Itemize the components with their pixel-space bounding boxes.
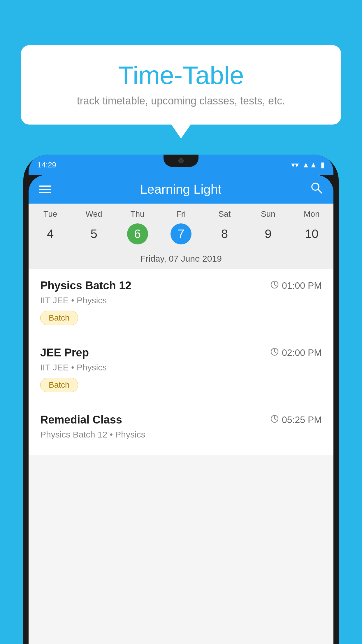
day-header-fri: Fri xyxy=(159,209,203,219)
day-7-selected-circle: 7 xyxy=(171,223,191,244)
class-item-2[interactable]: JEE Prep 02:00 PM IIT JEE • Physics xyxy=(29,336,333,403)
day-8[interactable]: 8 xyxy=(203,223,246,244)
class-item-3-header: Remedial Class 05:25 PM xyxy=(40,414,322,426)
phone-screen: Learning Light Tue Wed Thu Fri Sat Sun M… xyxy=(29,175,333,644)
status-time: 14:29 xyxy=(37,160,56,169)
search-button[interactable] xyxy=(310,181,323,197)
class-item-2-header: JEE Prep 02:00 PM xyxy=(40,346,322,359)
day-9[interactable]: 9 xyxy=(246,223,290,244)
clock-icon-3 xyxy=(270,414,279,425)
day-header-row: Tue Wed Thu Fri Sat Sun Mon xyxy=(29,204,333,221)
class-item-3[interactable]: Remedial Class 05:25 PM Physics Batch 12… xyxy=(29,403,333,455)
day-header-sun: Sun xyxy=(246,209,290,219)
class-list: Physics Batch 12 01:00 PM IIT JEE • Phys… xyxy=(29,269,333,455)
class-item-1-time: 01:00 PM xyxy=(270,280,322,291)
class-item-1-header: Physics Batch 12 01:00 PM xyxy=(40,279,322,292)
calendar-section: Tue Wed Thu Fri Sat Sun Mon 4 5 6 7 8 9 xyxy=(29,204,333,269)
class-item-2-batch-tag: Batch xyxy=(40,378,78,392)
clock-icon-2 xyxy=(270,347,279,358)
day-header-wed: Wed xyxy=(72,209,115,219)
day-header-mon: Mon xyxy=(290,209,333,219)
clock-icon-1 xyxy=(270,280,279,291)
class-item-3-time-text: 05:25 PM xyxy=(282,414,322,425)
class-item-2-subtitle: IIT JEE • Physics xyxy=(40,363,322,372)
class-item-1[interactable]: Physics Batch 12 01:00 PM IIT JEE • Phys… xyxy=(29,269,333,336)
day-5[interactable]: 5 xyxy=(72,223,115,244)
svg-line-1 xyxy=(318,189,322,193)
status-icons: ▾▾ ▲▲ ▮ xyxy=(291,160,325,169)
class-item-2-time-text: 02:00 PM xyxy=(282,347,322,358)
day-6[interactable]: 6 xyxy=(116,223,159,244)
class-item-3-title: Remedial Class xyxy=(40,414,122,426)
day-10[interactable]: 10 xyxy=(290,223,333,244)
wifi-icon: ▾▾ xyxy=(291,160,299,169)
phone-notch xyxy=(164,155,198,167)
bubble-subtitle: track timetable, upcoming classes, tests… xyxy=(38,95,324,107)
bubble-title: Time-Table xyxy=(38,61,324,90)
camera-dot xyxy=(178,158,184,163)
class-item-2-time: 02:00 PM xyxy=(270,347,322,358)
signal-icon: ▲▲ xyxy=(302,160,317,169)
svg-line-4 xyxy=(275,285,276,286)
selected-date-label: Friday, 07 June 2019 xyxy=(29,250,333,269)
day-header-sat: Sat xyxy=(203,209,246,219)
day-header-tue: Tue xyxy=(29,209,72,219)
hamburger-menu-button[interactable] xyxy=(39,186,51,193)
class-item-1-batch-tag: Batch xyxy=(40,311,78,325)
class-item-3-subtitle: Physics Batch 12 • Physics xyxy=(40,430,322,440)
battery-icon: ▮ xyxy=(321,160,325,169)
class-item-1-subtitle: IIT JEE • Physics xyxy=(40,295,322,305)
class-item-1-time-text: 01:00 PM xyxy=(282,280,322,291)
speech-bubble: Time-Table track timetable, upcoming cla… xyxy=(21,45,341,125)
svg-line-10 xyxy=(275,419,276,420)
app-header: Learning Light xyxy=(29,175,333,204)
svg-line-7 xyxy=(275,352,276,353)
day-4[interactable]: 4 xyxy=(29,223,72,244)
day-6-today-circle: 6 xyxy=(127,223,148,244)
day-header-thu: Thu xyxy=(116,209,159,219)
class-item-1-title: Physics Batch 12 xyxy=(40,279,131,292)
phone-frame: 14:29 ▾▾ ▲▲ ▮ Learning Light xyxy=(23,155,339,644)
day-number-row: 4 5 6 7 8 9 10 xyxy=(29,221,333,250)
app-title: Learning Light xyxy=(140,182,222,197)
class-item-2-title: JEE Prep xyxy=(40,346,89,359)
class-item-3-time: 05:25 PM xyxy=(270,414,322,425)
day-7[interactable]: 7 xyxy=(159,223,203,244)
